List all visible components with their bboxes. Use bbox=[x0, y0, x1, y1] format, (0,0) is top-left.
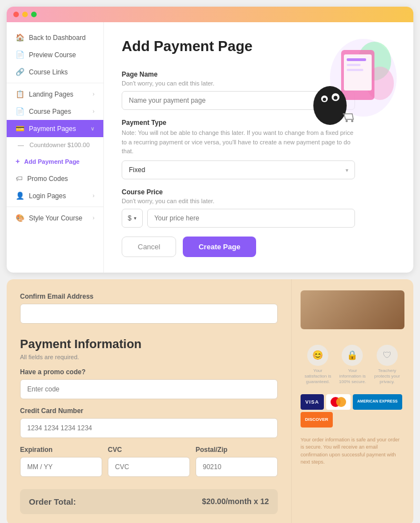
button-row: Cancel Create Page bbox=[122, 237, 355, 257]
confirm-email-label: Confirm Email Address bbox=[20, 293, 278, 300]
postal-input[interactable] bbox=[196, 457, 278, 477]
satisfaction-icon: 😊 bbox=[307, 345, 328, 366]
chevron-right-icon: › bbox=[93, 91, 94, 97]
course-price-field: Course Price Don't worry, you can edit t… bbox=[122, 188, 355, 228]
trust-panel: 😊 Your satisfaction is guaranteed. 🔒 You… bbox=[291, 279, 413, 524]
preview-icon: 📄 bbox=[16, 51, 24, 59]
trust-secure-text: Your information is 100% secure. bbox=[337, 368, 368, 385]
lock-icon: 🔒 bbox=[342, 345, 363, 366]
svg-point-8 bbox=[313, 86, 347, 125]
cvc-field: CVC bbox=[108, 446, 190, 485]
close-dot[interactable] bbox=[13, 12, 19, 17]
course-price-label: Course Price bbox=[122, 188, 355, 196]
payment-type-select-wrapper: Fixed Recurring ▾ bbox=[122, 160, 355, 179]
sidebar-item-style-course[interactable]: 🎨 Style Your Course › bbox=[7, 209, 103, 227]
promo-label: Have a promo code? bbox=[20, 368, 278, 376]
card-fields-row: Expiration CVC Postal/Zip bbox=[20, 446, 278, 485]
trust-satisfaction: 😊 Your satisfaction is guaranteed. bbox=[303, 345, 333, 385]
security-text: Your order information is safe and your … bbox=[301, 436, 404, 466]
payment-info-title: Payment Information bbox=[20, 337, 278, 351]
sidebar-item-add-payment[interactable]: + Add Payment Page bbox=[7, 153, 103, 170]
cvc-label: CVC bbox=[108, 446, 190, 454]
mc-orange-circle bbox=[336, 397, 346, 407]
confirm-email-field: Confirm Email Address bbox=[20, 293, 278, 331]
payment-form-panel: Confirm Email Address Payment Informatio… bbox=[7, 279, 291, 524]
card-number-field: Credit Card Number bbox=[20, 407, 278, 446]
minimize-dot[interactable] bbox=[22, 12, 28, 17]
cvc-input[interactable] bbox=[108, 457, 190, 477]
mastercard-logo bbox=[326, 394, 351, 410]
currency-select[interactable]: $ ▾ bbox=[122, 209, 143, 228]
shield-icon: 🛡 bbox=[377, 345, 398, 366]
trust-privacy-text: Teachery protects your privacy. bbox=[372, 368, 402, 385]
sidebar-item-course-pages[interactable]: 📄 Course Pages › bbox=[7, 103, 103, 120]
expiration-input[interactable] bbox=[20, 457, 102, 477]
payment-icon: 💳 bbox=[16, 124, 24, 133]
sidebar-item-back-dashboard[interactable]: 🏠 Back to Dashboard bbox=[7, 29, 103, 46]
svg-rect-7 bbox=[347, 69, 363, 71]
expiration-field: Expiration bbox=[20, 446, 102, 485]
sidebar-item-payment-pages[interactable]: 💳 Payment Pages ∨ bbox=[7, 120, 103, 137]
main-content: Add Payment Page bbox=[104, 22, 413, 273]
sidebar-item-login-pages[interactable]: 👤 Login Pages › bbox=[7, 187, 103, 204]
create-page-button[interactable]: Create Page bbox=[183, 237, 256, 257]
svg-point-14 bbox=[346, 120, 348, 122]
sidebar-item-preview-course[interactable]: 📄 Preview Course bbox=[7, 46, 103, 63]
sidebar-item-promo-codes[interactable]: 🏷 Promo Codes bbox=[7, 170, 103, 187]
illustration bbox=[286, 33, 397, 133]
course-thumbnail bbox=[301, 290, 404, 329]
style-icon: 🎨 bbox=[16, 214, 24, 222]
postal-label: Postal/Zip bbox=[196, 446, 278, 454]
svg-point-11 bbox=[323, 98, 326, 101]
card-logos: VISA AMERICAN EXPRESS DISCOVER bbox=[301, 394, 404, 428]
trust-secure: 🔒 Your information is 100% secure. bbox=[337, 345, 368, 385]
promo-code-field: Have a promo code? bbox=[20, 368, 278, 407]
required-text: All fields are required. bbox=[20, 354, 278, 360]
course-pages-icon: 📄 bbox=[16, 107, 24, 115]
sidebar-divider-2 bbox=[7, 207, 103, 207]
sidebar-item-course-links[interactable]: 🔗 Course Links bbox=[7, 63, 103, 81]
currency-symbol: $ bbox=[128, 214, 132, 222]
home-icon: 🏠 bbox=[16, 33, 24, 42]
landing-icon: 📋 bbox=[16, 90, 24, 98]
chevron-right-icon: › bbox=[93, 108, 94, 114]
plus-icon: + bbox=[16, 157, 20, 165]
window-chrome bbox=[7, 7, 413, 22]
trust-satisfaction-text: Your satisfaction is guaranteed. bbox=[303, 368, 333, 385]
sidebar: 🏠 Back to Dashboard 📄 Preview Course 🔗 C… bbox=[7, 22, 104, 273]
postal-field: Postal/Zip bbox=[196, 446, 278, 485]
chevron-right-icon: › bbox=[93, 215, 94, 221]
card-number-label: Credit Card Number bbox=[20, 407, 278, 415]
svg-rect-5 bbox=[347, 58, 366, 61]
payment-type-select[interactable]: Fixed Recurring bbox=[122, 160, 355, 179]
currency-chevron-icon: ▾ bbox=[134, 215, 137, 221]
chevron-down-icon: ∨ bbox=[91, 125, 94, 132]
price-input[interactable] bbox=[147, 209, 355, 228]
promo-icon: 🏷 bbox=[16, 174, 23, 183]
svg-point-12 bbox=[334, 96, 338, 100]
trust-icons-row: 😊 Your satisfaction is guaranteed. 🔒 You… bbox=[301, 345, 404, 385]
expiration-label: Expiration bbox=[20, 446, 102, 454]
promo-input[interactable] bbox=[20, 379, 278, 399]
svg-point-15 bbox=[351, 120, 353, 122]
sidebar-divider bbox=[7, 83, 103, 83]
sidebar-item-countdown[interactable]: — Countdowner $100.00 bbox=[7, 137, 103, 153]
course-price-hint: Don't worry, you can edit this later. bbox=[122, 198, 355, 204]
mastercard-circles bbox=[331, 397, 346, 407]
trust-privacy: 🛡 Teachery protects your privacy. bbox=[372, 345, 402, 385]
order-total-bar: Order Total: $20.00/month x 12 bbox=[20, 489, 278, 514]
discover-logo: DISCOVER bbox=[301, 412, 333, 428]
visa-logo: VISA bbox=[301, 394, 324, 410]
card-number-input[interactable] bbox=[20, 418, 278, 438]
order-total-label: Order Total: bbox=[29, 497, 76, 506]
bottom-section: Confirm Email Address Payment Informatio… bbox=[7, 279, 413, 524]
chevron-right-icon: › bbox=[93, 193, 94, 199]
maximize-dot[interactable] bbox=[31, 12, 37, 17]
login-icon: 👤 bbox=[16, 192, 24, 200]
confirm-email-input[interactable] bbox=[20, 304, 278, 324]
cancel-button[interactable]: Cancel bbox=[122, 237, 176, 257]
links-icon: 🔗 bbox=[16, 68, 24, 76]
sidebar-item-landing-pages[interactable]: 📋 Landing Pages › bbox=[7, 86, 103, 103]
price-row: $ ▾ bbox=[122, 209, 355, 228]
svg-rect-6 bbox=[347, 64, 361, 66]
